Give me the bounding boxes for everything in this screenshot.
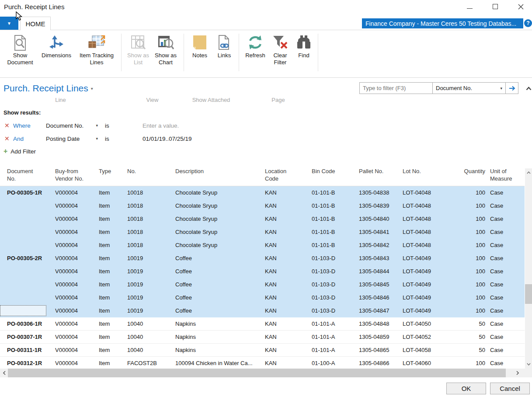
cell-type[interactable]: Item: [99, 278, 127, 291]
column-header-bin_code[interactable]: Bin Code: [312, 165, 359, 186]
cell-uom[interactable]: Case: [485, 317, 525, 330]
cell-type[interactable]: Item: [99, 291, 127, 304]
cell-no[interactable]: 10019: [127, 252, 175, 265]
cell-bin_code[interactable]: 01-103-D: [312, 265, 359, 278]
column-header-description[interactable]: Description: [175, 165, 265, 186]
maximize-button[interactable]: [487, 0, 504, 13]
cell-pallet_no[interactable]: 1305-04844: [359, 265, 403, 278]
cell-location_code[interactable]: KAN: [265, 357, 312, 369]
cell-lot_no[interactable]: LOT-04048: [403, 186, 446, 199]
cell-no[interactable]: 10019: [127, 278, 175, 291]
cell-no[interactable]: 10040: [127, 331, 175, 343]
cell-no[interactable]: 10040: [127, 317, 175, 330]
cell-pallet_no[interactable]: 1305-04859: [359, 331, 403, 343]
find-button[interactable]: Find: [292, 34, 316, 69]
filter-value-input[interactable]: Enter a value.: [122, 122, 179, 129]
cell-location_code[interactable]: KAN: [265, 278, 312, 291]
cell-uom[interactable]: Case: [485, 344, 525, 356]
remove-filter-icon[interactable]: ✕: [4, 135, 13, 142]
cell-lot_no[interactable]: LOT-04050: [403, 317, 446, 330]
tab-home[interactable]: HOME: [20, 17, 51, 30]
cell-vendor_no[interactable]: V000004: [55, 344, 99, 356]
cell-doc_no[interactable]: PO-00307-1R: [7, 331, 55, 343]
cell-quantity[interactable]: 100: [446, 239, 485, 252]
cell-type[interactable]: Item: [99, 186, 127, 199]
vertical-scrollbar[interactable]: [525, 168, 532, 369]
table-row[interactable]: PO-00306-1RV000004Item10040NapkinsKAN01-…: [0, 317, 525, 331]
cell-bin_code[interactable]: 01-101-A: [312, 344, 359, 356]
cell-vendor_no[interactable]: V000004: [55, 304, 99, 317]
cell-vendor_no[interactable]: V000004: [55, 239, 99, 252]
table-row[interactable]: V000004Item10019CoffeeKAN01-103-D1305-04…: [0, 265, 525, 278]
cell-vendor_no[interactable]: V000004: [55, 252, 99, 265]
cell-uom[interactable]: Case: [485, 278, 525, 291]
cell-doc_no[interactable]: [7, 278, 55, 291]
cell-quantity[interactable]: 100: [446, 199, 485, 212]
cell-doc_no[interactable]: PO-00306-1R: [7, 317, 55, 330]
notes-button[interactable]: Notes: [187, 34, 212, 69]
cell-type[interactable]: Item: [99, 226, 127, 239]
cell-lot_no[interactable]: LOT-04048: [403, 226, 446, 239]
show-as-chart-button[interactable]: Show as Chart: [152, 34, 180, 69]
cell-quantity[interactable]: 100: [446, 252, 485, 265]
cell-doc_no[interactable]: [7, 199, 55, 212]
cell-pallet_no[interactable]: 1305-04840: [359, 212, 403, 226]
table-row[interactable]: PO-00305-2RV000004Item10019CoffeeKAN01-1…: [0, 252, 525, 265]
cell-pallet_no[interactable]: 1305-04866: [359, 357, 403, 369]
cell-description[interactable]: Coffee: [175, 278, 265, 291]
cell-lot_no[interactable]: LOT-04049: [403, 291, 446, 304]
cell-pallet_no[interactable]: 1305-04848: [359, 317, 403, 330]
cell-location_code[interactable]: KAN: [265, 265, 312, 278]
table-row[interactable]: V000004Item10018Chocolate SryupKAN01-101…: [0, 239, 525, 252]
column-header-pallet_no[interactable]: Pallet No.: [359, 165, 403, 186]
cell-bin_code[interactable]: 01-101-A: [312, 331, 359, 343]
scroll-up-button[interactable]: [525, 169, 532, 176]
cell-lot_no[interactable]: LOT-04048: [403, 199, 446, 212]
cell-uom[interactable]: Case: [485, 265, 525, 278]
cell-quantity[interactable]: 100: [446, 265, 485, 278]
collapse-filter-pane-button[interactable]: [525, 85, 532, 92]
cell-doc_no[interactable]: PO-00305-2R: [7, 252, 55, 265]
dimensions-button[interactable]: Dimensions: [38, 34, 75, 69]
cell-bin_code[interactable]: 01-103-D: [312, 252, 359, 265]
cell-description[interactable]: Napkins: [175, 331, 265, 343]
cell-pallet_no[interactable]: 1305-04865: [359, 344, 403, 356]
cell-description[interactable]: Chocolate Sryup: [175, 226, 265, 239]
vertical-scroll-thumb[interactable]: [525, 284, 532, 304]
cell-quantity[interactable]: 100: [446, 357, 485, 369]
cell-type[interactable]: Item: [99, 317, 127, 330]
cell-bin_code[interactable]: 01-101-B: [312, 199, 359, 212]
cell-doc_no[interactable]: [7, 212, 55, 226]
cell-bin_code[interactable]: 01-101-A: [312, 317, 359, 330]
close-button[interactable]: [512, 0, 529, 13]
cell-location_code[interactable]: KAN: [265, 199, 312, 212]
cell-quantity[interactable]: 100: [446, 278, 485, 291]
cell-quantity[interactable]: 100: [446, 186, 485, 199]
clear-filter-button[interactable]: Clear Filter: [268, 34, 292, 69]
cell-type[interactable]: Item: [99, 344, 127, 356]
cell-pallet_no[interactable]: 1305-04846: [359, 291, 403, 304]
cell-doc_no[interactable]: [7, 265, 55, 278]
filter-value-input[interactable]: 01/01/19..07/25/19: [122, 136, 192, 142]
cell-type[interactable]: Item: [99, 252, 127, 265]
focused-cell[interactable]: [7, 305, 46, 316]
cell-doc_no[interactable]: [7, 304, 55, 317]
cell-uom[interactable]: Case: [485, 239, 525, 252]
cell-doc_no[interactable]: [7, 226, 55, 239]
cell-doc_no[interactable]: PO-00311-1R: [7, 344, 55, 356]
cell-lot_no[interactable]: LOT-04058: [403, 344, 446, 356]
cell-no[interactable]: 10018: [127, 239, 175, 252]
cell-no[interactable]: 10019: [127, 304, 175, 317]
cell-lot_no[interactable]: LOT-04048: [403, 239, 446, 252]
cell-bin_code[interactable]: 01-103-D: [312, 304, 359, 317]
filter-conjunction[interactable]: Where: [13, 122, 46, 129]
cell-location_code[interactable]: KAN: [265, 252, 312, 265]
refresh-button[interactable]: Refresh: [241, 34, 269, 69]
cell-bin_code[interactable]: 01-101-B: [312, 186, 359, 199]
remove-filter-icon[interactable]: ✕: [4, 122, 13, 129]
table-row[interactable]: V000004Item10018Chocolate SryupKAN01-101…: [0, 199, 525, 212]
cell-uom[interactable]: Case: [485, 252, 525, 265]
table-row[interactable]: PO-00307-1RV000004Item10040NapkinsKAN01-…: [0, 331, 525, 344]
minimize-button[interactable]: [461, 0, 478, 13]
table-row[interactable]: PO-00311-1RV000004Item10040NapkinsKAN01-…: [0, 344, 525, 357]
